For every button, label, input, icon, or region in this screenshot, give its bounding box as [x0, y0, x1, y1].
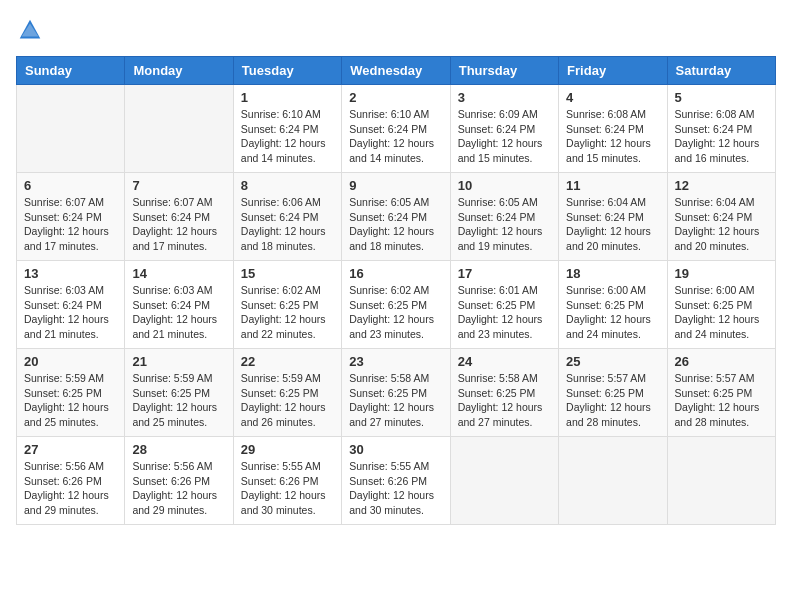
day-info: Sunrise: 6:07 AM Sunset: 6:24 PM Dayligh…	[24, 195, 117, 254]
day-number: 30	[349, 442, 442, 457]
day-number: 17	[458, 266, 551, 281]
day-number: 6	[24, 178, 117, 193]
day-info: Sunrise: 5:59 AM Sunset: 6:25 PM Dayligh…	[241, 371, 334, 430]
calendar-cell: 21Sunrise: 5:59 AM Sunset: 6:25 PM Dayli…	[125, 349, 233, 437]
calendar-cell: 7Sunrise: 6:07 AM Sunset: 6:24 PM Daylig…	[125, 173, 233, 261]
calendar-week-row: 20Sunrise: 5:59 AM Sunset: 6:25 PM Dayli…	[17, 349, 776, 437]
calendar-header-sunday: Sunday	[17, 57, 125, 85]
calendar-cell: 2Sunrise: 6:10 AM Sunset: 6:24 PM Daylig…	[342, 85, 450, 173]
day-number: 22	[241, 354, 334, 369]
calendar-cell: 29Sunrise: 5:55 AM Sunset: 6:26 PM Dayli…	[233, 437, 341, 525]
day-info: Sunrise: 6:00 AM Sunset: 6:25 PM Dayligh…	[566, 283, 659, 342]
svg-marker-1	[22, 23, 39, 36]
calendar-cell: 20Sunrise: 5:59 AM Sunset: 6:25 PM Dayli…	[17, 349, 125, 437]
calendar-cell: 1Sunrise: 6:10 AM Sunset: 6:24 PM Daylig…	[233, 85, 341, 173]
calendar-header-thursday: Thursday	[450, 57, 558, 85]
day-info: Sunrise: 5:58 AM Sunset: 6:25 PM Dayligh…	[458, 371, 551, 430]
calendar-cell: 16Sunrise: 6:02 AM Sunset: 6:25 PM Dayli…	[342, 261, 450, 349]
day-number: 12	[675, 178, 768, 193]
day-number: 14	[132, 266, 225, 281]
day-info: Sunrise: 5:56 AM Sunset: 6:26 PM Dayligh…	[132, 459, 225, 518]
day-info: Sunrise: 6:10 AM Sunset: 6:24 PM Dayligh…	[349, 107, 442, 166]
day-info: Sunrise: 6:02 AM Sunset: 6:25 PM Dayligh…	[241, 283, 334, 342]
calendar-cell	[450, 437, 558, 525]
day-number: 25	[566, 354, 659, 369]
calendar-week-row: 1Sunrise: 6:10 AM Sunset: 6:24 PM Daylig…	[17, 85, 776, 173]
calendar-cell: 25Sunrise: 5:57 AM Sunset: 6:25 PM Dayli…	[559, 349, 667, 437]
day-info: Sunrise: 6:00 AM Sunset: 6:25 PM Dayligh…	[675, 283, 768, 342]
calendar-table: SundayMondayTuesdayWednesdayThursdayFrid…	[16, 56, 776, 525]
calendar-cell: 24Sunrise: 5:58 AM Sunset: 6:25 PM Dayli…	[450, 349, 558, 437]
day-number: 10	[458, 178, 551, 193]
calendar-week-row: 13Sunrise: 6:03 AM Sunset: 6:24 PM Dayli…	[17, 261, 776, 349]
calendar-cell: 14Sunrise: 6:03 AM Sunset: 6:24 PM Dayli…	[125, 261, 233, 349]
calendar-week-row: 27Sunrise: 5:56 AM Sunset: 6:26 PM Dayli…	[17, 437, 776, 525]
day-number: 29	[241, 442, 334, 457]
calendar-cell: 4Sunrise: 6:08 AM Sunset: 6:24 PM Daylig…	[559, 85, 667, 173]
day-info: Sunrise: 6:07 AM Sunset: 6:24 PM Dayligh…	[132, 195, 225, 254]
day-number: 4	[566, 90, 659, 105]
calendar-cell: 9Sunrise: 6:05 AM Sunset: 6:24 PM Daylig…	[342, 173, 450, 261]
day-info: Sunrise: 5:55 AM Sunset: 6:26 PM Dayligh…	[349, 459, 442, 518]
day-info: Sunrise: 6:06 AM Sunset: 6:24 PM Dayligh…	[241, 195, 334, 254]
day-number: 2	[349, 90, 442, 105]
calendar-header-tuesday: Tuesday	[233, 57, 341, 85]
calendar-cell: 11Sunrise: 6:04 AM Sunset: 6:24 PM Dayli…	[559, 173, 667, 261]
day-info: Sunrise: 5:57 AM Sunset: 6:25 PM Dayligh…	[675, 371, 768, 430]
day-number: 18	[566, 266, 659, 281]
calendar-cell: 12Sunrise: 6:04 AM Sunset: 6:24 PM Dayli…	[667, 173, 775, 261]
day-info: Sunrise: 6:03 AM Sunset: 6:24 PM Dayligh…	[132, 283, 225, 342]
calendar-cell: 22Sunrise: 5:59 AM Sunset: 6:25 PM Dayli…	[233, 349, 341, 437]
day-number: 5	[675, 90, 768, 105]
calendar-cell	[125, 85, 233, 173]
day-info: Sunrise: 5:56 AM Sunset: 6:26 PM Dayligh…	[24, 459, 117, 518]
day-number: 11	[566, 178, 659, 193]
calendar-cell: 13Sunrise: 6:03 AM Sunset: 6:24 PM Dayli…	[17, 261, 125, 349]
calendar-cell: 28Sunrise: 5:56 AM Sunset: 6:26 PM Dayli…	[125, 437, 233, 525]
day-info: Sunrise: 6:02 AM Sunset: 6:25 PM Dayligh…	[349, 283, 442, 342]
day-number: 20	[24, 354, 117, 369]
day-number: 1	[241, 90, 334, 105]
day-info: Sunrise: 6:08 AM Sunset: 6:24 PM Dayligh…	[566, 107, 659, 166]
calendar-cell: 27Sunrise: 5:56 AM Sunset: 6:26 PM Dayli…	[17, 437, 125, 525]
day-info: Sunrise: 5:55 AM Sunset: 6:26 PM Dayligh…	[241, 459, 334, 518]
day-number: 9	[349, 178, 442, 193]
day-info: Sunrise: 6:01 AM Sunset: 6:25 PM Dayligh…	[458, 283, 551, 342]
day-number: 7	[132, 178, 225, 193]
day-info: Sunrise: 6:05 AM Sunset: 6:24 PM Dayligh…	[458, 195, 551, 254]
day-number: 23	[349, 354, 442, 369]
calendar-week-row: 6Sunrise: 6:07 AM Sunset: 6:24 PM Daylig…	[17, 173, 776, 261]
day-number: 24	[458, 354, 551, 369]
calendar-cell: 15Sunrise: 6:02 AM Sunset: 6:25 PM Dayli…	[233, 261, 341, 349]
day-number: 13	[24, 266, 117, 281]
header	[16, 16, 776, 44]
day-number: 19	[675, 266, 768, 281]
day-info: Sunrise: 5:59 AM Sunset: 6:25 PM Dayligh…	[132, 371, 225, 430]
day-number: 3	[458, 90, 551, 105]
day-number: 21	[132, 354, 225, 369]
day-number: 16	[349, 266, 442, 281]
calendar-cell	[667, 437, 775, 525]
logo-icon	[16, 16, 44, 44]
calendar-cell: 26Sunrise: 5:57 AM Sunset: 6:25 PM Dayli…	[667, 349, 775, 437]
calendar-cell: 30Sunrise: 5:55 AM Sunset: 6:26 PM Dayli…	[342, 437, 450, 525]
day-info: Sunrise: 5:58 AM Sunset: 6:25 PM Dayligh…	[349, 371, 442, 430]
calendar-cell	[559, 437, 667, 525]
day-info: Sunrise: 6:05 AM Sunset: 6:24 PM Dayligh…	[349, 195, 442, 254]
day-info: Sunrise: 6:10 AM Sunset: 6:24 PM Dayligh…	[241, 107, 334, 166]
day-info: Sunrise: 6:09 AM Sunset: 6:24 PM Dayligh…	[458, 107, 551, 166]
day-number: 26	[675, 354, 768, 369]
calendar-cell: 3Sunrise: 6:09 AM Sunset: 6:24 PM Daylig…	[450, 85, 558, 173]
calendar-cell: 8Sunrise: 6:06 AM Sunset: 6:24 PM Daylig…	[233, 173, 341, 261]
calendar-header-monday: Monday	[125, 57, 233, 85]
calendar-header-friday: Friday	[559, 57, 667, 85]
calendar-cell	[17, 85, 125, 173]
day-info: Sunrise: 6:04 AM Sunset: 6:24 PM Dayligh…	[675, 195, 768, 254]
calendar-header-saturday: Saturday	[667, 57, 775, 85]
calendar-cell: 5Sunrise: 6:08 AM Sunset: 6:24 PM Daylig…	[667, 85, 775, 173]
calendar-header-row: SundayMondayTuesdayWednesdayThursdayFrid…	[17, 57, 776, 85]
day-info: Sunrise: 5:57 AM Sunset: 6:25 PM Dayligh…	[566, 371, 659, 430]
day-number: 8	[241, 178, 334, 193]
calendar-header-wednesday: Wednesday	[342, 57, 450, 85]
calendar-cell: 17Sunrise: 6:01 AM Sunset: 6:25 PM Dayli…	[450, 261, 558, 349]
